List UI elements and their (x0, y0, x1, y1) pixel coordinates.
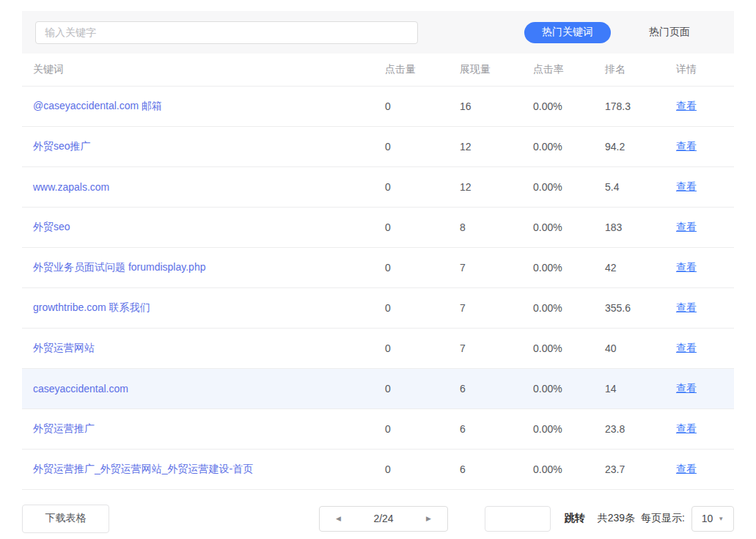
per-page-select[interactable]: 10 ▼ (691, 506, 734, 532)
total-count: 共239条 (598, 512, 635, 525)
ctr-value: 0.00% (522, 342, 594, 354)
chevron-down-icon: ▼ (718, 516, 724, 522)
clicks-value: 0 (374, 302, 449, 314)
keyword-search-input[interactable] (35, 21, 418, 44)
header-impressions: 展现量 (449, 63, 522, 76)
rank-value: 40 (594, 342, 665, 354)
hot-keywords-button[interactable]: 热门关键词 (524, 22, 611, 43)
ctr-value: 0.00% (522, 463, 594, 475)
impressions-value: 8 (449, 221, 522, 233)
keyword-link[interactable]: www.zapals.com (33, 181, 109, 193)
pagination-bar: 下载表格 ◀ 2/24 ▶ 跳转 共239条 每页显示: 10 ▼ (22, 504, 734, 533)
keyword-link[interactable]: 外贸运营推广_外贸运营网站_外贸运营建设-首页 (33, 463, 253, 474)
impressions-value: 7 (449, 302, 522, 314)
table-row: 外贸seo推广 0 12 0.00% 94.2 查看 (22, 127, 734, 167)
rank-value: 42 (594, 262, 665, 274)
per-page-label: 每页显示: (641, 512, 685, 525)
view-link[interactable]: 查看 (676, 100, 697, 111)
header-ctr: 点击率 (522, 63, 594, 76)
keyword-link[interactable]: 外贸业务员面试问题 forumdisplay.php (33, 261, 205, 273)
ctr-value: 0.00% (522, 141, 594, 153)
next-page-icon[interactable]: ▶ (426, 516, 431, 522)
jump-page-input[interactable] (485, 506, 551, 532)
table-row: 外贸业务员面试问题 forumdisplay.php 0 7 0.00% 42 … (22, 248, 734, 288)
ctr-value: 0.00% (522, 302, 594, 314)
keywords-analytics-page: 热门关键词 热门页面 关键词 点击量 展现量 点击率 排名 详情 @caseya… (22, 11, 734, 533)
pagination-right-group: 跳转 共239条 每页显示: 10 ▼ (485, 506, 734, 532)
keyword-link[interactable]: 外贸seo推广 (33, 140, 91, 152)
impressions-value: 6 (449, 383, 522, 395)
impressions-value: 7 (449, 262, 522, 274)
ctr-value: 0.00% (522, 181, 594, 193)
header-rank: 排名 (594, 63, 665, 76)
page-indicator: 2/24 (373, 513, 393, 524)
hot-pages-button[interactable]: 热门页面 (649, 26, 690, 39)
view-link[interactable]: 查看 (676, 261, 697, 273)
impressions-value: 12 (449, 181, 522, 193)
rank-value: 178.3 (594, 100, 665, 112)
ctr-value: 0.00% (522, 221, 594, 233)
impressions-value: 16 (449, 100, 522, 112)
keyword-link[interactable]: 外贸运营推广 (33, 422, 95, 434)
toolbar-buttons: 热门关键词 热门页面 (524, 22, 721, 43)
table-header: 关键词 点击量 展现量 点击率 排名 详情 (22, 54, 734, 87)
per-page-value: 10 (702, 513, 713, 524)
header-detail: 详情 (665, 63, 734, 76)
clicks-value: 0 (374, 262, 449, 274)
clicks-value: 0 (374, 141, 449, 153)
keyword-link[interactable]: 外贸seo (33, 221, 70, 232)
rank-value: 23.7 (594, 463, 665, 475)
ctr-value: 0.00% (522, 262, 594, 274)
header-keyword: 关键词 (22, 63, 374, 76)
view-link[interactable]: 查看 (676, 382, 697, 394)
view-link[interactable]: 查看 (676, 463, 697, 474)
clicks-value: 0 (374, 423, 449, 435)
table-body: @caseyaccidental.com 邮箱 0 16 0.00% 178.3… (22, 87, 734, 490)
table-row: @caseyaccidental.com 邮箱 0 16 0.00% 178.3… (22, 87, 734, 127)
prev-page-icon[interactable]: ◀ (336, 516, 341, 522)
clicks-value: 0 (374, 342, 449, 354)
impressions-value: 6 (449, 463, 522, 475)
clicks-value: 0 (374, 181, 449, 193)
view-link[interactable]: 查看 (676, 140, 697, 152)
view-link[interactable]: 查看 (676, 301, 697, 313)
impressions-value: 12 (449, 141, 522, 153)
view-link[interactable]: 查看 (676, 342, 697, 353)
view-link[interactable]: 查看 (676, 180, 697, 192)
header-clicks: 点击量 (374, 63, 449, 76)
table-row: growthtribe.com 联系我们 0 7 0.00% 355.6 查看 (22, 288, 734, 329)
clicks-value: 0 (374, 383, 449, 395)
keyword-link[interactable]: @caseyaccidental.com 邮箱 (33, 100, 162, 111)
keyword-link[interactable]: growthtribe.com 联系我们 (33, 301, 150, 313)
clicks-value: 0 (374, 100, 449, 112)
clicks-value: 0 (374, 463, 449, 475)
table-row: 外贸运营推广 0 6 0.00% 23.8 查看 (22, 409, 734, 450)
ctr-value: 0.00% (522, 423, 594, 435)
table-row: www.zapals.com 0 12 0.00% 5.4 查看 (22, 167, 734, 208)
ctr-value: 0.00% (522, 383, 594, 395)
rank-value: 94.2 (594, 141, 665, 153)
table-row: caseyaccidental.com 0 6 0.00% 14 查看 (22, 369, 734, 409)
pager-control: ◀ 2/24 ▶ (319, 506, 448, 532)
rank-value: 355.6 (594, 302, 665, 314)
impressions-value: 6 (449, 423, 522, 435)
table-row: 外贸运营推广_外贸运营网站_外贸运营建设-首页 0 6 0.00% 23.7 查… (22, 450, 734, 490)
keyword-link[interactable]: 外贸运营网站 (33, 342, 95, 353)
ctr-value: 0.00% (522, 100, 594, 112)
clicks-value: 0 (374, 221, 449, 233)
view-link[interactable]: 查看 (676, 221, 697, 232)
table-row: 外贸运营网站 0 7 0.00% 40 查看 (22, 329, 734, 369)
search-toolbar: 热门关键词 热门页面 (22, 11, 734, 54)
jump-button[interactable]: 跳转 (565, 512, 585, 525)
rank-value: 23.8 (594, 423, 665, 435)
keyword-link[interactable]: caseyaccidental.com (33, 383, 128, 395)
rank-value: 14 (594, 383, 665, 395)
rank-value: 183 (594, 221, 665, 233)
rank-value: 5.4 (594, 181, 665, 193)
download-table-button[interactable]: 下载表格 (22, 505, 109, 533)
impressions-value: 7 (449, 342, 522, 354)
table-row: 外贸seo 0 8 0.00% 183 查看 (22, 208, 734, 248)
view-link[interactable]: 查看 (676, 422, 697, 434)
